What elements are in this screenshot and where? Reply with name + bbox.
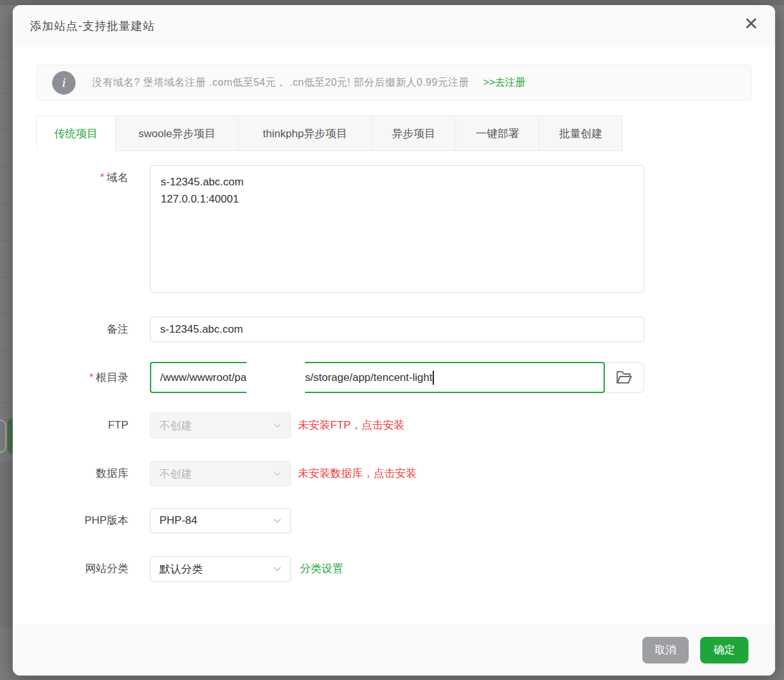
browse-directory-button[interactable] — [605, 362, 644, 393]
site-category-label: 网站分类 — [36, 556, 128, 582]
domain-textarea[interactable]: s-12345.abc.com 127.0.0.1:40001 — [150, 165, 644, 293]
rootdir-field: /www/wwwroot/pa s/storage/app/tencent-li… — [150, 362, 644, 393]
database-label: 数据库 — [36, 461, 128, 486]
redacted-patch — [247, 359, 305, 397]
background-button-fragment — [0, 420, 6, 453]
chevron-down-icon — [273, 518, 281, 524]
promo-text: 没有域名? 堡塔域名注册 .com低至54元， .cn低至20元! 部分后缀新人… — [92, 76, 469, 90]
chevron-down-icon — [273, 423, 281, 429]
background-row-divider — [0, 240, 14, 241]
rootdir-label: *根目录 — [36, 362, 128, 393]
ftp-select[interactable]: 不创建 — [150, 413, 291, 438]
project-type-tabs: 传统项目 swoole异步项目 thinkphp异步项目 异步项目 一键部署 批… — [36, 116, 752, 151]
rootdir-input[interactable]: /www/wwwroot/pa s/storage/app/tencent-li… — [150, 362, 605, 393]
folder-open-icon — [616, 370, 633, 385]
background-row-divider — [0, 314, 14, 314]
domain-row: *域名 s-12345.abc.com 127.0.0.1:40001 — [36, 165, 752, 293]
text-cursor — [433, 371, 434, 385]
screen: 添加站点-支持批量建站 ✕ i 没有域名? 堡塔域名注册 .com低至54元， … — [0, 0, 784, 680]
dialog-footer: 取消 确定 — [13, 624, 775, 676]
domain-promo-banner: i 没有域名? 堡塔域名注册 .com低至54元， .cn低至20元! 部分后缀… — [36, 65, 752, 100]
tab-one-click-deploy[interactable]: 一键部署 — [456, 116, 539, 151]
background-row-divider — [0, 403, 14, 403]
remark-row: 备注 — [36, 317, 752, 342]
register-domain-link[interactable]: >>去注册 — [483, 76, 525, 90]
database-select-value: 不创建 — [159, 467, 192, 481]
category-settings-link[interactable]: 分类设置 — [300, 556, 343, 582]
ftp-select-value: 不创建 — [159, 418, 192, 433]
required-mark: * — [90, 372, 93, 383]
site-category-value: 默认分类 — [159, 562, 203, 577]
confirm-button[interactable]: 确定 — [700, 637, 748, 663]
site-form: *域名 s-12345.abc.com 127.0.0.1:40001 备注 *… — [36, 151, 752, 582]
dialog-body: i 没有域名? 堡塔域名注册 .com低至54元， .cn低至20元! 部分后缀… — [13, 47, 775, 582]
domain-label: *域名 — [36, 165, 128, 190]
background-row-divider — [0, 130, 14, 130]
background-row-divider — [0, 277, 14, 277]
remark-label: 备注 — [36, 317, 128, 342]
ftp-not-installed-warning[interactable]: 未安装FTP，点击安装 — [298, 413, 405, 438]
database-select[interactable]: 不创建 — [150, 461, 291, 486]
background-row-divider — [0, 56, 14, 57]
background-header-strip — [0, 0, 784, 5]
background-row-divider — [0, 93, 14, 93]
tab-swoole-async-project[interactable]: swoole异步项目 — [115, 116, 239, 151]
chevron-down-icon — [273, 566, 281, 572]
php-version-select[interactable]: PHP-84 — [150, 508, 291, 533]
ftp-label: FTP — [36, 413, 128, 438]
required-mark: * — [100, 172, 104, 183]
add-site-dialog: 添加站点-支持批量建站 ✕ i 没有域名? 堡塔域名注册 .com低至54元， … — [13, 5, 775, 676]
php-version-value: PHP-84 — [159, 514, 198, 527]
info-icon: i — [52, 71, 76, 95]
dialog-header: 添加站点-支持批量建站 — [13, 5, 775, 47]
database-not-installed-warning[interactable]: 未安装数据库，点击安装 — [298, 461, 417, 486]
background-row-divider — [0, 203, 14, 204]
tab-batch-create[interactable]: 批量创建 — [539, 116, 623, 151]
tab-async-project[interactable]: 异步项目 — [371, 116, 456, 151]
background-panel-fragment — [0, 462, 13, 627]
tab-traditional-project[interactable]: 传统项目 — [36, 116, 116, 151]
background-row-divider — [0, 166, 14, 167]
close-icon[interactable]: ✕ — [744, 15, 759, 33]
rootdir-path-prefix: /www/wwwroot/pa — [160, 371, 247, 384]
dialog-title: 添加站点-支持批量建站 — [30, 18, 155, 34]
tab-thinkphp-async-project[interactable]: thinkphp异步项目 — [238, 116, 372, 151]
background-row-divider — [0, 350, 14, 351]
database-row: 数据库 不创建 未安装数据库，点击安装 — [36, 461, 752, 486]
rootdir-row: *根目录 /www/wwwroot/pa s/storage/app/tence… — [36, 362, 752, 393]
ftp-row: FTP 不创建 未安装FTP，点击安装 — [36, 413, 752, 438]
php-version-row: PHP版本 PHP-84 — [36, 508, 752, 533]
php-version-label: PHP版本 — [36, 508, 128, 533]
chevron-down-icon — [273, 471, 281, 477]
site-category-row: 网站分类 默认分类 分类设置 — [36, 556, 752, 582]
cancel-button[interactable]: 取消 — [642, 637, 689, 663]
rootdir-path-suffix: s/storage/app/tencent-light — [305, 371, 432, 384]
site-category-select[interactable]: 默认分类 — [150, 556, 291, 582]
remark-input[interactable] — [150, 317, 644, 342]
